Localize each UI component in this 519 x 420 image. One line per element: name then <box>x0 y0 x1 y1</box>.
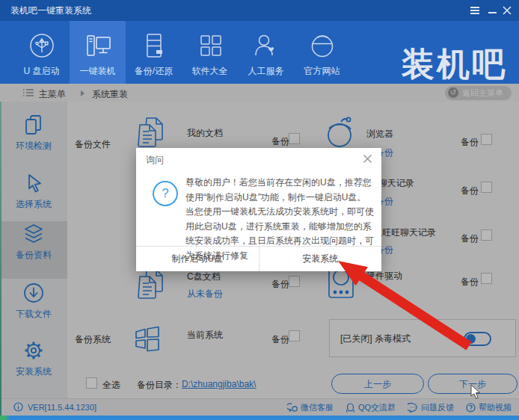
usb-boot-icon <box>27 31 57 61</box>
top-nav: U 盘启动 一键装机 备份/还原 软件大全 <box>0 21 519 84</box>
nav-backup-restore[interactable]: 备份/还原 <box>126 21 182 84</box>
computer-icon <box>83 31 113 61</box>
dialog-paragraph-1: 尊敬的用户！若您当前存在空闲的U盘，推荐您使用“制作启动U盘”功能，制作一键启动… <box>185 176 378 205</box>
window-menu-icon[interactable] <box>470 7 480 16</box>
person-icon <box>251 31 281 61</box>
server-icon <box>139 31 169 61</box>
mouse-cursor <box>470 384 482 401</box>
nav-label: 备份/还原 <box>135 65 173 78</box>
nav-label: 一键装机 <box>80 65 116 78</box>
make-boot-usb-button[interactable]: 制作启动U盘 <box>136 247 260 271</box>
globe-icon <box>307 31 337 61</box>
nav-label: 人工服务 <box>248 65 284 78</box>
dialog-title: 询问 <box>146 154 164 167</box>
nav-label: U 盘启动 <box>24 65 60 78</box>
nav-usb-boot[interactable]: U 盘启动 <box>13 21 70 84</box>
nav-label: 软件大全 <box>192 65 228 78</box>
nav-software[interactable]: 软件大全 <box>182 21 238 84</box>
nav-one-key-install[interactable]: 一键装机 <box>70 21 126 84</box>
nav-service[interactable]: 人工服务 <box>238 21 294 84</box>
dialog-close-icon[interactable] <box>363 154 372 164</box>
logo-text: 装机吧 <box>402 46 507 82</box>
window-title: 装机吧一键重装系统 <box>10 0 91 21</box>
title-bar: 装机吧一键重装系统 <box>0 0 519 21</box>
minimize-icon[interactable] <box>488 12 497 13</box>
nav-website[interactable]: 官方网站 <box>294 21 350 84</box>
window-bottom-border <box>0 416 519 420</box>
grid-icon <box>195 31 225 61</box>
inquiry-dialog: 询问 ? 尊敬的用户！若您当前存在空闲的U盘，推荐您使用“制作启动U盘”功能，制… <box>136 148 381 271</box>
nav-label: 官方网站 <box>304 65 340 78</box>
red-annotation-arrow <box>329 254 479 359</box>
close-icon[interactable] <box>503 6 513 15</box>
question-icon: ? <box>153 181 178 206</box>
